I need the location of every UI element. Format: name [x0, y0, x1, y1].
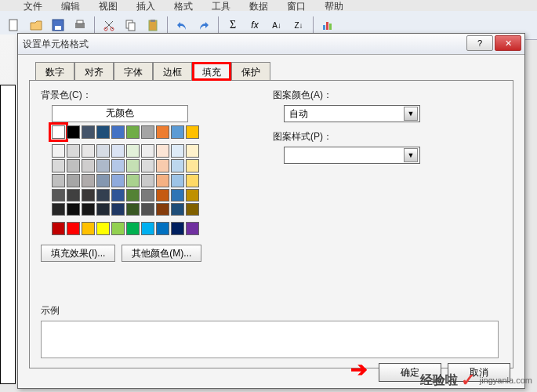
color-swatch[interactable]	[111, 174, 125, 187]
color-swatch[interactable]	[96, 203, 110, 216]
color-swatch[interactable]	[82, 174, 95, 187]
save-icon[interactable]	[49, 16, 67, 34]
undo-icon[interactable]	[172, 16, 191, 34]
color-swatch[interactable]	[52, 159, 65, 172]
color-swatch[interactable]	[171, 159, 184, 172]
menu-insert[interactable]: 插入	[136, 0, 155, 11]
color-swatch[interactable]	[126, 159, 140, 172]
color-swatch[interactable]	[156, 125, 169, 139]
color-swatch[interactable]	[171, 144, 184, 158]
color-swatch[interactable]	[52, 174, 65, 187]
pattern-style-combo[interactable]: ▼	[284, 147, 420, 164]
print-icon[interactable]	[71, 16, 89, 34]
menu-data[interactable]: 数据	[249, 0, 268, 11]
close-button[interactable]: ✕	[495, 35, 521, 51]
color-swatch[interactable]	[171, 203, 184, 216]
tab-protect[interactable]: 保护	[231, 62, 270, 81]
color-swatch[interactable]	[96, 159, 110, 172]
menu-edit[interactable]: 编辑	[61, 0, 80, 11]
color-swatch[interactable]	[126, 189, 140, 201]
color-swatch[interactable]	[171, 189, 184, 201]
color-swatch[interactable]	[111, 203, 125, 216]
tab-fill[interactable]: 填充	[192, 62, 231, 81]
menu-tools[interactable]: 工具	[212, 0, 230, 11]
menu-view[interactable]: 视图	[99, 0, 118, 11]
pattern-color-combo[interactable]: 自动 ▼	[284, 105, 420, 122]
color-swatch[interactable]	[186, 174, 199, 187]
color-swatch[interactable]	[111, 222, 125, 235]
fx-icon[interactable]: fx	[245, 16, 264, 34]
color-swatch[interactable]	[52, 203, 65, 216]
redo-icon[interactable]	[194, 16, 213, 34]
color-swatch[interactable]	[52, 144, 65, 158]
color-swatch[interactable]	[156, 189, 169, 201]
tab-font[interactable]: 字体	[114, 62, 153, 81]
new-icon[interactable]	[5, 16, 24, 34]
color-swatch[interactable]	[67, 125, 80, 139]
help-button[interactable]: ?	[466, 35, 493, 51]
color-swatch[interactable]	[141, 144, 154, 158]
color-swatch[interactable]	[67, 189, 80, 201]
color-swatch[interactable]	[141, 174, 154, 187]
color-swatch[interactable]	[171, 125, 184, 139]
color-swatch[interactable]	[156, 203, 169, 216]
color-swatch[interactable]	[126, 174, 140, 187]
cancel-button[interactable]: 取消	[448, 363, 510, 382]
color-swatch[interactable]	[171, 174, 184, 187]
color-swatch[interactable]	[141, 222, 154, 235]
sort-asc-icon[interactable]: A↓	[267, 16, 286, 34]
color-swatch[interactable]	[111, 189, 125, 201]
color-swatch[interactable]	[82, 159, 95, 172]
menu-help[interactable]: 帮助	[325, 0, 343, 11]
color-swatch[interactable]	[126, 144, 140, 158]
color-swatch[interactable]	[52, 222, 65, 235]
color-swatch[interactable]	[111, 125, 125, 139]
chart-icon[interactable]	[318, 16, 337, 34]
color-swatch[interactable]	[67, 174, 80, 187]
color-swatch[interactable]	[52, 125, 65, 139]
color-swatch[interactable]	[186, 125, 199, 139]
color-swatch[interactable]	[186, 159, 199, 172]
fill-effects-button[interactable]: 填充效果(I)...	[41, 245, 115, 262]
color-swatch[interactable]	[171, 222, 184, 235]
color-swatch[interactable]	[126, 125, 140, 139]
color-swatch[interactable]	[156, 159, 169, 172]
color-swatch[interactable]	[141, 159, 154, 172]
color-swatch[interactable]	[96, 189, 110, 201]
sum-icon[interactable]: Σ	[223, 16, 242, 34]
color-swatch[interactable]	[67, 159, 80, 172]
tab-align[interactable]: 对齐	[74, 62, 114, 81]
ok-button[interactable]: 确定	[379, 363, 441, 382]
open-icon[interactable]	[27, 16, 45, 34]
paste-icon[interactable]	[143, 16, 162, 34]
color-swatch[interactable]	[156, 174, 169, 187]
color-swatch[interactable]	[186, 144, 199, 158]
color-swatch[interactable]	[82, 222, 95, 235]
color-swatch[interactable]	[141, 203, 154, 216]
color-swatch[interactable]	[96, 125, 110, 139]
tab-border[interactable]: 边框	[153, 62, 192, 81]
copy-icon[interactable]	[122, 16, 140, 34]
color-swatch[interactable]	[126, 222, 140, 235]
color-swatch[interactable]	[96, 222, 110, 235]
color-swatch[interactable]	[186, 203, 199, 216]
menu-format[interactable]: 格式	[174, 0, 193, 11]
color-swatch[interactable]	[96, 174, 110, 187]
color-swatch[interactable]	[141, 189, 154, 201]
tab-number[interactable]: 数字	[35, 62, 74, 81]
color-swatch[interactable]	[186, 222, 199, 235]
more-colors-button[interactable]: 其他颜色(M)...	[122, 245, 201, 262]
color-swatch[interactable]	[96, 144, 110, 158]
color-swatch[interactable]	[111, 144, 125, 158]
cut-icon[interactable]	[100, 16, 118, 34]
color-swatch[interactable]	[156, 144, 169, 158]
color-swatch[interactable]	[126, 203, 140, 216]
no-color-button[interactable]: 无颜色	[52, 105, 188, 122]
color-swatch[interactable]	[52, 189, 65, 201]
color-swatch[interactable]	[82, 189, 95, 201]
color-swatch[interactable]	[141, 125, 154, 139]
color-swatch[interactable]	[82, 203, 95, 216]
color-swatch[interactable]	[67, 222, 80, 235]
color-swatch[interactable]	[67, 144, 80, 158]
color-swatch[interactable]	[67, 203, 80, 216]
